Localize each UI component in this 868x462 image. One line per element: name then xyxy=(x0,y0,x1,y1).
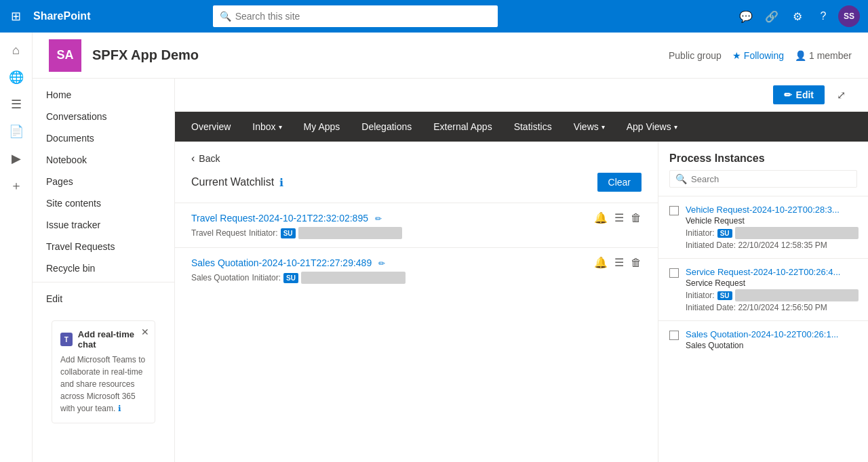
top-nav-right: 💬 🔗 ⚙ ? SS xyxy=(735,5,860,27)
list-action-icon-1[interactable]: ☰ xyxy=(614,211,624,224)
process-item-title-1[interactable]: Vehicle Request-2024-10-22T00:28:3... xyxy=(686,205,857,215)
process-item-title-3[interactable]: Sales Quotation-2024-10-22T00:26:1... xyxy=(686,329,857,339)
process-instances-panel: Process Instances 🔍 Vehicle Request-2024… xyxy=(658,142,868,462)
video-icon[interactable]: ▶ xyxy=(4,146,28,171)
user-avatar[interactable]: SS xyxy=(838,5,860,27)
sidebar-item-notebook[interactable]: Notebook xyxy=(33,149,174,171)
process-checkbox-1[interactable] xyxy=(669,206,679,215)
add-icon[interactable]: ＋ xyxy=(4,173,28,198)
bell-icon-2[interactable]: 🔔 xyxy=(594,256,608,269)
sidebar: Home Conversations Documents Notebook Pa… xyxy=(33,79,175,462)
process-item-initiator-row-2: Initiator: SU ████████████ xyxy=(686,289,857,301)
tab-delegations[interactable]: Delegations xyxy=(351,112,422,142)
watchlist-title-text: Current Watchlist xyxy=(191,176,274,188)
main-area: ✏ Edit ⤢ Overview Inbox ▾ My Apps xyxy=(175,79,868,462)
delete-icon-1[interactable]: 🗑 xyxy=(631,212,642,224)
search-bar: 🔍 xyxy=(213,5,498,27)
help-icon[interactable]: ? xyxy=(812,5,834,27)
teams-learn-more-link[interactable]: ℹ xyxy=(118,404,121,413)
sidebar-item-documents[interactable]: Documents xyxy=(33,127,174,149)
watchlist-item-initiator-label-2: Initiator: xyxy=(252,273,281,282)
tab-external-apps[interactable]: External Apps xyxy=(422,112,502,142)
search-input[interactable] xyxy=(235,11,491,22)
teams-logo: T xyxy=(60,333,73,346)
tab-views-label: Views xyxy=(574,121,599,132)
network-icon[interactable]: 🔗 xyxy=(761,5,783,27)
process-search-input[interactable] xyxy=(691,174,851,184)
settings-icon[interactable]: ⚙ xyxy=(787,5,808,27)
process-user-badge-2: SU xyxy=(717,291,732,300)
tab-my-apps-label: My Apps xyxy=(304,121,340,132)
following-button[interactable]: ★ Following xyxy=(732,50,784,61)
process-checkbox-2[interactable] xyxy=(669,268,679,278)
back-button[interactable]: ‹ Back xyxy=(175,142,658,170)
tab-inbox[interactable]: Inbox ▾ xyxy=(241,112,292,142)
expand-button[interactable]: ⤢ xyxy=(830,84,852,106)
watchlist-info-icon[interactable]: ℹ xyxy=(279,176,283,189)
teams-chat-promo: ✕ T Add real-time chat Add Microsoft Tea… xyxy=(41,320,166,423)
watchlist-item-type-1: Travel Request xyxy=(191,228,246,238)
teams-logo-text: T xyxy=(64,336,68,343)
site-title: SPFX App Demo xyxy=(92,47,199,63)
edit-button-label: Edit xyxy=(796,89,814,100)
sidebar-item-home[interactable]: Home xyxy=(33,84,174,106)
tab-statistics[interactable]: Statistics xyxy=(503,112,563,142)
home-icon[interactable]: ⌂ xyxy=(4,38,28,62)
sidebar-item-recycle-bin[interactable]: Recycle bin xyxy=(33,257,174,279)
waffle-icon[interactable]: ⊞ xyxy=(8,6,24,26)
process-search-box: 🔍 xyxy=(669,170,857,188)
doc-icon[interactable]: 📄 xyxy=(4,119,28,144)
process-date-value-1: 22/10/2024 12:58:35 PM xyxy=(738,240,827,250)
site-header: SA SPFX App Demo Public group ★ Followin… xyxy=(33,33,868,79)
list-icon[interactable]: ☰ xyxy=(4,92,28,117)
watchlist-item-edit-icon-2[interactable]: ✏ xyxy=(378,259,385,268)
sidebar-item-pages[interactable]: Pages xyxy=(33,171,174,192)
watchlist-item-link-2[interactable]: Sales Quotation-2024-10-21T22:27:29:489 xyxy=(191,257,372,268)
process-initiator-label-1: Initiator: xyxy=(686,228,715,238)
chat-icon[interactable]: 💬 xyxy=(735,5,757,27)
sidebar-item-conversations[interactable]: Conversations xyxy=(33,106,174,127)
process-item-content-1: Vehicle Request-2024-10-22T00:28:3... Ve… xyxy=(669,205,857,250)
edit-button[interactable]: ✏ Edit xyxy=(773,85,825,104)
watchlist-item-edit-icon-1[interactable]: ✏ xyxy=(375,214,382,224)
delete-icon-2[interactable]: 🗑 xyxy=(631,257,642,269)
process-item-2: Service Request-2024-10-22T00:26:4... Se… xyxy=(658,258,868,320)
teams-chat-card: ✕ T Add real-time chat Add Microsoft Tea… xyxy=(52,320,155,423)
edit-toolbar: ✏ Edit ⤢ xyxy=(175,79,868,112)
watchlist-item-header-2: Sales Quotation-2024-10-21T22:27:29:489 … xyxy=(191,256,642,269)
sidebar-item-site-contents[interactable]: Site contents xyxy=(33,192,174,214)
watchlist-item-link-1[interactable]: Travel Request-2024-10-21T22:32:02:895 xyxy=(191,213,368,224)
watchlist-user-name-1: ███████████ xyxy=(298,227,403,239)
tab-views[interactable]: Views ▾ xyxy=(563,112,616,142)
bell-icon-1[interactable]: 🔔 xyxy=(594,211,608,224)
person-icon: 👤 xyxy=(795,50,806,61)
tab-app-views[interactable]: App Views ▾ xyxy=(616,112,688,142)
process-item-1: Vehicle Request-2024-10-22T00:28:3... Ve… xyxy=(658,196,868,258)
clear-button[interactable]: Clear xyxy=(597,173,642,192)
process-item-content-3: Sales Quotation-2024-10-22T00:26:1... Sa… xyxy=(669,329,857,350)
process-user-badge-1: SU xyxy=(717,229,732,238)
page-layout: ⌂ 🌐 ☰ 📄 ▶ ＋ SA SPFX App Demo Public grou… xyxy=(0,33,868,462)
views-dropdown-icon: ▾ xyxy=(601,123,605,131)
sidebar-item-travel-requests[interactable]: Travel Requests xyxy=(33,236,174,257)
globe-icon[interactable]: 🌐 xyxy=(4,65,28,89)
tab-navigation: Overview Inbox ▾ My Apps Delegations Ext… xyxy=(175,112,868,142)
list-action-icon-2[interactable]: ☰ xyxy=(614,256,624,269)
teams-chat-header: T Add real-time chat xyxy=(60,329,146,350)
left-icon-nav: ⌂ 🌐 ☰ 📄 ▶ ＋ xyxy=(0,33,33,462)
tab-my-apps[interactable]: My Apps xyxy=(293,112,351,142)
back-arrow-icon: ‹ xyxy=(191,152,195,165)
process-item-title-2[interactable]: Service Request-2024-10-22T00:26:4... xyxy=(686,267,857,277)
watchlist-panel: ‹ Back Current Watchlist ℹ Clear xyxy=(175,142,658,462)
close-teams-button[interactable]: ✕ xyxy=(141,327,149,337)
process-checkbox-3[interactable] xyxy=(669,331,679,340)
sidebar-item-issue-tracker[interactable]: Issue tracker xyxy=(33,214,174,236)
watchlist-header: Current Watchlist ℹ Clear xyxy=(175,170,658,203)
sidebar-item-edit[interactable]: Edit xyxy=(33,288,174,310)
tab-statistics-label: Statistics xyxy=(514,121,552,132)
watchlist-item-title-row: Travel Request-2024-10-21T22:32:02:895 ✏ xyxy=(191,213,382,224)
content-split: ‹ Back Current Watchlist ℹ Clear xyxy=(175,142,868,462)
watchlist-item-meta-1: Travel Request Initiator: SU ███████████ xyxy=(191,227,642,239)
tab-overview-label: Overview xyxy=(191,121,231,132)
tab-overview[interactable]: Overview xyxy=(180,112,241,142)
